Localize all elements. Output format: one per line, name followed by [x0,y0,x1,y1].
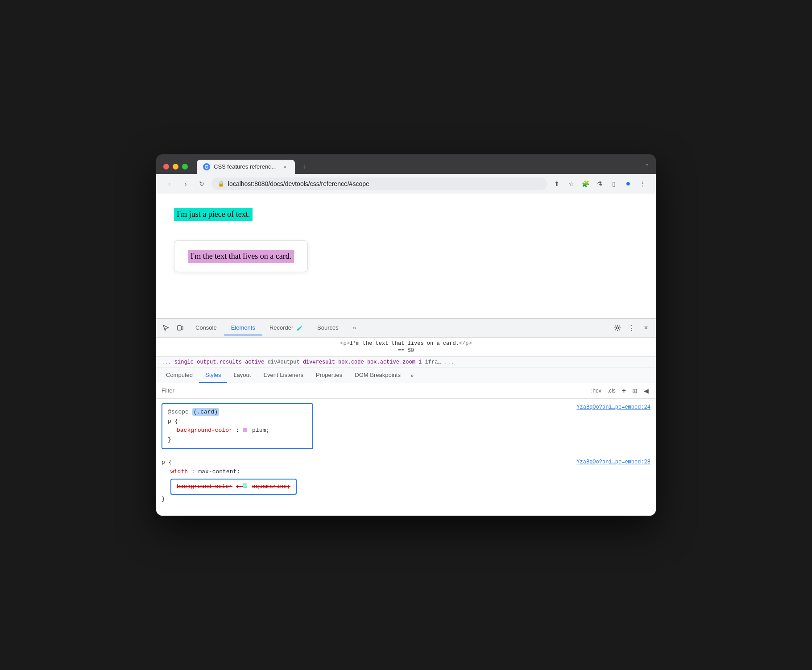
share-button[interactable]: ⬆ [551,178,563,190]
p-closing-brace: } [162,495,650,504]
filter-input[interactable] [162,387,586,394]
add-class-button[interactable]: + [620,386,628,396]
tabs-area: CSS features reference - Chro… × + [197,160,640,174]
bookmark-icon: ☆ [568,180,574,187]
address-bar[interactable]: 🔒 localhost:8080/docs/devtools/css/refer… [211,178,547,190]
maximize-window-button[interactable] [182,164,188,170]
browser-window: CSS features reference - Chro… × + ˅ ‹ ›… [156,154,656,516]
scope-argument: (.card) [192,408,220,416]
tab-title: CSS features reference - Chro… [214,163,278,170]
select-element-button[interactable] [160,322,172,334]
hov-button[interactable]: :hov [589,387,603,395]
viewport: I'm just a piece of text. I'm the text t… [156,194,656,318]
tab-close-button[interactable]: × [282,163,289,170]
traffic-lights [163,164,188,170]
subtab-overflow-button[interactable]: » [407,368,417,382]
forward-icon: › [185,180,187,187]
scope-at-rule-line: @scope (.card) [168,408,307,417]
tab-sources[interactable]: Sources [310,321,346,335]
p-rule-source[interactable]: YzaBqOo?ani…pe=embed:28 [576,458,650,467]
elements-bar: <p>I'm the text that lives on a card.</p… [156,338,656,357]
scope-rule-source[interactable]: YzaBqOo?ani…pe=embed:24 [576,403,650,412]
width-value: max-content; [198,468,240,475]
lock-icon: 🔒 [218,181,224,187]
devtools-panel: Console Elements Recorder 🧪 Sources » [156,318,656,516]
bg-color-strikethrough-property: background-color [177,483,232,490]
extension-button[interactable]: 🧩 [579,178,592,190]
subtabs-bar: Computed Styles Layout Event Listeners P… [156,368,656,383]
tab-more[interactable]: » [346,321,363,335]
aquamarine-rule-box: background-color : aquamarine; [170,479,297,495]
breadcrumb-single-output[interactable]: single-output.results-active [174,359,268,365]
close-icon: × [644,324,648,332]
cls-button[interactable]: .cls [606,387,617,395]
close-devtools-button[interactable]: × [640,322,652,334]
back-button[interactable]: ‹ [163,178,176,190]
card-text-content: I'm the text that lives on a card. [188,250,294,263]
card-demo: I'm the text that lives on a card. [174,240,308,272]
devtools-tabs: Console Elements Recorder 🧪 Sources » [188,321,609,335]
vertical-dots-icon: ⋮ [628,324,635,332]
subtab-layout[interactable]: Layout [227,368,257,383]
subtab-computed[interactable]: Computed [160,368,199,383]
plum-value: plum; [252,427,269,434]
profile-icon: ● [626,179,631,188]
subtab-dom-breakpoints[interactable]: DOM Breakpoints [348,368,407,383]
breadcrumb-div-output[interactable]: div#output [268,359,303,365]
device-toolbar-button[interactable] [174,322,186,334]
plain-text-content: I'm just a piece of text. [174,208,253,221]
p-css-rule: YzaBqOo?ani…pe=embed:28 p { width : max-… [162,458,650,504]
url-text: localhost:8080/docs/devtools/css/referen… [228,180,369,187]
flask-icon: ⚗ [597,180,603,187]
tab-console[interactable]: Console [188,321,224,335]
styles-panel: YzaBqOo?ani…pe=embed:24 @scope (.card) p… [156,399,656,516]
plum-swatch[interactable] [243,428,247,432]
breadcrumb-dots-start: ... [162,359,174,365]
minimize-window-button[interactable] [173,164,178,170]
scope-rule-box: @scope (.card) p { background-color : pl… [162,403,313,449]
share-icon: ⬆ [554,180,559,187]
tab-recorder[interactable]: Recorder 🧪 [262,321,310,335]
more-options-button[interactable]: ⋮ [626,322,638,334]
devtools-actions: ⋮ × [611,322,652,334]
ellipsis-icon: ⋮ [639,180,646,187]
width-property-line: width : max-content; [162,467,650,477]
filter-bar: :hov .cls + ⊞ ◀ [156,383,656,399]
back-panel-button[interactable]: ◀ [642,386,650,395]
active-tab[interactable]: CSS features reference - Chro… × [197,160,295,174]
scope-css-rule: YzaBqOo?ani…pe=embed:24 @scope (.card) p… [162,403,650,451]
devtools-toolbar: Console Elements Recorder 🧪 Sources » [156,319,656,338]
subtab-properties[interactable]: Properties [310,368,348,383]
subtab-event-listeners[interactable]: Event Listeners [257,368,310,383]
settings-button[interactable] [611,322,624,334]
breadcrumb-dots-end: ... [444,359,454,365]
flask-button[interactable]: ⚗ [593,178,606,190]
device-icon [177,324,184,331]
reload-button[interactable]: ↻ [195,178,208,190]
sidebar-button[interactable]: ▯ [608,178,620,190]
tab-elements[interactable]: Elements [224,321,262,335]
svg-point-2 [206,165,208,168]
tab-menu-button[interactable]: ˅ [646,163,649,170]
profile-button[interactable]: ● [622,178,634,190]
close-window-button[interactable] [163,164,169,170]
dom-breadcrumb: ... single-output.results-active div#out… [156,357,656,368]
bookmark-button[interactable]: ☆ [565,178,577,190]
reload-icon: ↻ [199,180,204,187]
toggle-grid-button[interactable]: ⊞ [630,386,639,395]
width-property: width [170,468,188,475]
new-tab-button[interactable]: + [298,161,311,174]
plain-text-demo: I'm just a piece of text. [174,208,638,232]
menu-button[interactable]: ⋮ [636,178,649,190]
forward-button[interactable]: › [179,178,192,190]
back-icon: ‹ [169,180,171,187]
breadcrumb-result-box[interactable]: div#result-box.code-box.active.zoom-1 [303,359,425,365]
gear-icon [614,324,621,331]
svg-point-5 [617,327,619,329]
aquamarine-swatch[interactable] [243,484,247,488]
breadcrumb-iframe[interactable]: ifra… [425,359,444,365]
scope-p-selector: p { [168,417,307,426]
bg-color-strikethrough-line: background-color : aquamarine; [162,477,650,495]
aquamarine-value: aquamarine; [252,483,290,490]
subtab-styles[interactable]: Styles [199,368,227,383]
